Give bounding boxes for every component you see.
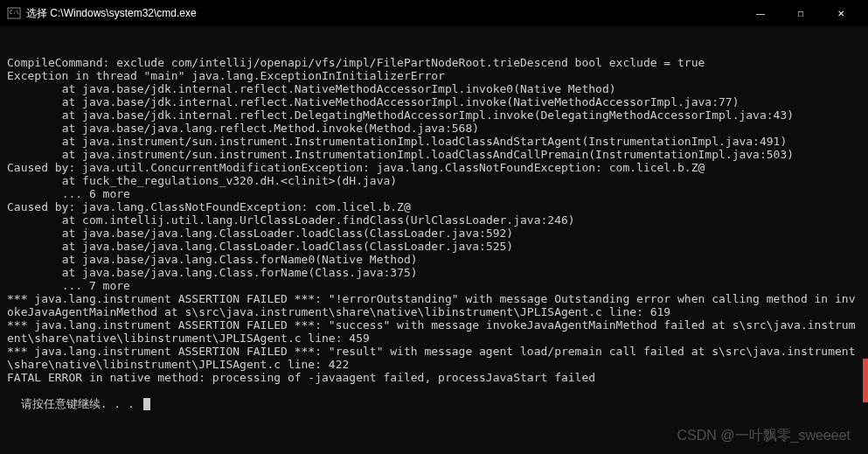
continue-prompt: 请按任意键继续. . . — [21, 397, 142, 410]
terminal-line: *** java.lang.instrument ASSERTION FAILE… — [7, 345, 861, 371]
terminal-line: at java.base/java.lang.Class.forName(Cla… — [7, 266, 861, 279]
terminal-line: *** java.lang.instrument ASSERTION FAILE… — [7, 318, 861, 345]
terminal-line: CompileCommand: exclude com/intellij/ope… — [7, 56, 861, 69]
svg-text:C:\: C:\ — [10, 9, 19, 15]
terminal-line: ... 7 more — [7, 279, 861, 292]
terminal-line: at java.instrument/sun.instrument.Instru… — [7, 148, 861, 161]
terminal-line: at java.base/java.lang.Class.forName0(Na… — [7, 253, 861, 266]
terminal-line: *** java.lang.instrument ASSERTION FAILE… — [7, 292, 861, 318]
minimize-icon: — — [756, 9, 765, 18]
terminal-line: at java.base/java.lang.ClassLoader.loadC… — [7, 227, 861, 240]
terminal-output[interactable]: CompileCommand: exclude com/intellij/ope… — [0, 26, 868, 414]
minimize-button[interactable]: — — [740, 0, 781, 26]
terminal-line: at java.base/java.lang.reflect.Method.in… — [7, 122, 861, 135]
window-controls: — □ ✕ — [740, 0, 861, 26]
window-titlebar: C:\ 选择 C:\Windows\system32\cmd.exe — □ ✕ — [0, 0, 868, 26]
maximize-button[interactable]: □ — [781, 0, 821, 26]
terminal-line: at java.base/jdk.internal.reflect.Native… — [7, 95, 861, 108]
maximize-icon: □ — [798, 9, 803, 18]
cmd-icon: C:\ — [7, 6, 21, 20]
close-icon: ✕ — [837, 9, 844, 18]
window-title: 选择 C:\Windows\system32\cmd.exe — [26, 6, 740, 21]
terminal-line: at java.base/jdk.internal.reflect.Delega… — [7, 108, 861, 122]
cursor — [143, 398, 150, 410]
terminal-line: FATAL ERROR in native method: processing… — [7, 371, 861, 384]
watermark: CSDN @一叶飘零_sweeeet — [677, 427, 851, 445]
terminal-line: at java.instrument/sun.instrument.Instru… — [7, 135, 861, 148]
terminal-line: ... 6 more — [7, 187, 861, 200]
terminal-line: at java.base/jdk.internal.reflect.Native… — [7, 82, 861, 95]
terminal-line: at fuck_the_regulations_v320.dH.<clinit>… — [7, 174, 861, 187]
side-decoration — [863, 359, 868, 402]
terminal-line: at java.base/java.lang.ClassLoader.loadC… — [7, 240, 861, 253]
terminal-line: Caused by: java.util.ConcurrentModificat… — [7, 161, 861, 174]
close-button[interactable]: ✕ — [821, 0, 861, 26]
terminal-line: Caused by: java.lang.ClassNotFoundExcept… — [7, 200, 861, 213]
terminal-line: at com.intellij.util.lang.UrlClassLoader… — [7, 213, 861, 227]
terminal-line: Exception in thread "main" java.lang.Exc… — [7, 69, 861, 82]
